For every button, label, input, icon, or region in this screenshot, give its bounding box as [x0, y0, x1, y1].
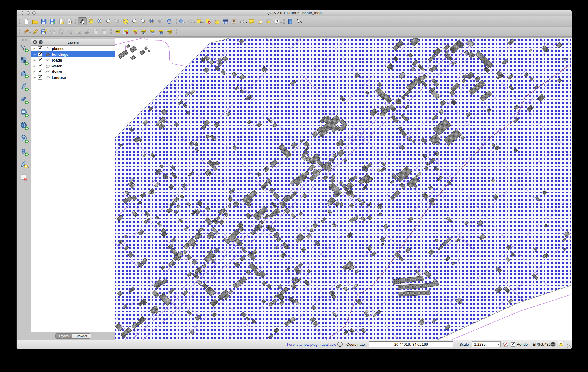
layer-item-roads[interactable]: ▶ roads	[31, 57, 115, 63]
toolbar-handle[interactable]	[19, 28, 21, 35]
add-spatialite-layer-button[interactable]	[19, 82, 29, 92]
layer-item-rivers[interactable]: ▶ rivers	[31, 69, 115, 75]
show-bookmarks-button[interactable]	[264, 17, 273, 25]
identify-button[interactable]: i	[177, 17, 186, 25]
paste-features-button[interactable]	[100, 27, 109, 36]
save-project-as-button[interactable]	[48, 17, 57, 25]
new-composer-button[interactable]	[57, 17, 65, 25]
copy-features-button[interactable]	[91, 27, 100, 36]
map-tips-button[interactable]	[247, 17, 256, 25]
toolbar-handle[interactable]	[20, 39, 28, 41]
save-project-button[interactable]	[39, 17, 48, 25]
whats-this-button[interactable]: ?	[294, 17, 303, 25]
plugin-icon[interactable]	[337, 341, 343, 348]
expand-arrow-icon[interactable]: ▶	[34, 47, 37, 50]
render-checkbox[interactable]	[511, 342, 515, 347]
messages-button[interactable]	[558, 341, 564, 347]
label-visibility-button[interactable]: abc	[139, 27, 147, 36]
expand-arrow-icon[interactable]: ▶	[34, 76, 37, 79]
label-move-button[interactable]: abc	[147, 27, 156, 36]
add-wcs-layer-button[interactable]	[19, 121, 29, 131]
toolbar-handle[interactable]	[110, 28, 112, 35]
node-tool-button[interactable]	[65, 27, 74, 36]
add-wms-layer-button[interactable]	[19, 108, 29, 118]
layer-item-landuse[interactable]: ▶ landuse	[31, 75, 115, 80]
zoom-to-layer-button[interactable]	[139, 17, 147, 25]
layer-item-water[interactable]: ▶ water	[31, 63, 115, 69]
zoom-last-button[interactable]	[147, 17, 156, 25]
pan-to-selection-button[interactable]	[87, 17, 95, 25]
panel-tab-browser[interactable]: Browser	[72, 334, 91, 338]
run-feature-action-button[interactable]: ▾	[186, 17, 195, 25]
select-expression-button[interactable]: ε	[212, 17, 221, 25]
toolbar-handle[interactable]	[174, 18, 177, 25]
stop-render-icon[interactable]	[503, 341, 509, 348]
remove-layer-button[interactable]	[19, 173, 29, 183]
label-rotate-button[interactable]: abc	[156, 27, 165, 36]
panel-tab-layers[interactable]: Layers	[56, 334, 72, 338]
add-raster-layer-button[interactable]	[19, 56, 29, 66]
zoom-out-button[interactable]	[104, 17, 113, 25]
zoom-in-button[interactable]	[95, 17, 104, 25]
expand-arrow-icon[interactable]: ▶	[34, 53, 37, 56]
title-bar[interactable]: QGIS 2.0.1-Dufour - basic_map	[17, 10, 572, 16]
help-button[interactable]: ?	[286, 17, 294, 25]
map-canvas[interactable]	[115, 37, 572, 340]
expand-arrow-icon[interactable]: ▶	[34, 59, 37, 62]
toolbar-handle[interactable]	[174, 28, 177, 35]
label-properties-button[interactable]: abc	[165, 27, 173, 36]
resize-grip[interactable]	[567, 344, 571, 348]
layer-checkbox[interactable]	[38, 52, 42, 57]
toolbar-handle[interactable]	[20, 186, 28, 189]
move-feature-button[interactable]	[57, 27, 65, 36]
layer-checkbox[interactable]	[38, 75, 42, 80]
new-shapefile-layer-button[interactable]	[19, 160, 29, 170]
add-vector-layer-button[interactable]	[19, 43, 29, 53]
delete-selected-button[interactable]	[74, 27, 83, 36]
deselect-features-button[interactable]	[204, 17, 212, 25]
layer-item-buildings[interactable]: ▶ buildings	[31, 51, 115, 57]
measure-button[interactable]: ▾	[238, 17, 247, 25]
text-annotation-button[interactable]: T▾	[273, 17, 282, 25]
layer-checkbox[interactable]	[38, 70, 42, 74]
cut-features-button[interactable]	[83, 27, 91, 36]
scale-combo[interactable]: 1:2235▼	[472, 341, 501, 347]
toggle-editing-button[interactable]	[31, 27, 39, 36]
scale-combo-arrow[interactable]: ▼	[496, 342, 500, 347]
coordinate-field[interactable]: 20.44016,-34.02169	[369, 341, 453, 347]
select-features-button[interactable]: ▾	[195, 17, 204, 25]
zoom-actual-button[interactable]: 1:1	[113, 17, 121, 25]
current-edits-button[interactable]: ▾	[22, 27, 31, 36]
composer-manager-button[interactable]	[65, 17, 74, 25]
labeling-button[interactable]: abc	[113, 27, 121, 36]
toolbar-handle[interactable]	[19, 18, 21, 25]
expand-arrow-icon[interactable]: ▶	[34, 70, 37, 73]
expand-arrow-icon[interactable]: ▶	[34, 64, 37, 67]
plugin-link[interactable]: There is a new plugin available	[285, 342, 336, 347]
label-pin-active-button[interactable]: ab	[121, 27, 130, 36]
new-project-button[interactable]	[22, 17, 31, 25]
field-calculator-button[interactable]	[230, 17, 238, 25]
attribute-table-button[interactable]	[221, 17, 230, 25]
new-bookmark-button[interactable]	[256, 17, 264, 25]
toolbar-handle[interactable]	[75, 18, 77, 25]
add-wfs-layer-button[interactable]	[19, 134, 29, 144]
label-pin-button[interactable]: ab	[130, 27, 139, 36]
add-delimited-text-layer-button[interactable]: 9	[19, 147, 29, 157]
add-feature-button[interactable]	[48, 27, 57, 36]
add-postgis-layer-button[interactable]	[19, 69, 29, 79]
open-project-button[interactable]	[31, 17, 39, 25]
layer-checkbox[interactable]	[38, 58, 42, 62]
refresh-button[interactable]	[165, 17, 173, 25]
layer-checkbox[interactable]	[38, 46, 42, 51]
pan-map-button[interactable]	[78, 17, 87, 25]
zoom-full-button[interactable]	[121, 17, 130, 25]
toolbar-handle[interactable]	[282, 18, 285, 25]
layer-checkbox[interactable]	[38, 64, 42, 68]
add-mssql-layer-button[interactable]	[19, 95, 29, 105]
crs-status-icon[interactable]	[550, 341, 556, 348]
zoom-next-button[interactable]	[156, 17, 165, 25]
save-edits-button[interactable]	[39, 27, 48, 36]
layer-item-places[interactable]: ▶ places	[31, 46, 115, 51]
zoom-to-selection-button[interactable]	[130, 17, 139, 25]
